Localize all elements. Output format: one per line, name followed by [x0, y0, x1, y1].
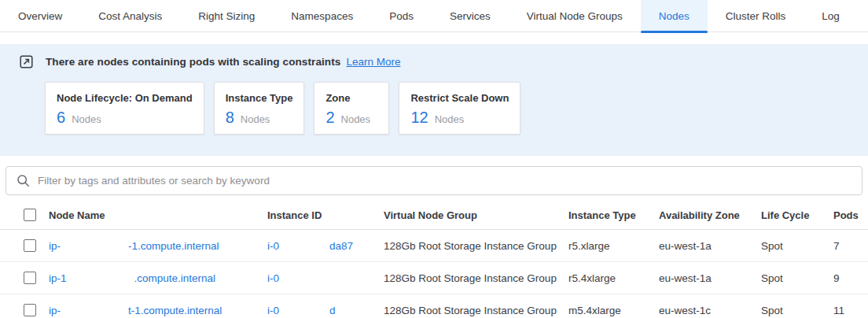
card-unit: Nodes [241, 113, 270, 125]
tab-services[interactable]: Services [432, 0, 509, 31]
life-cycle-cell: Spot [761, 305, 833, 316]
search-icon [17, 174, 30, 187]
instance-id-fragment: i-0 [267, 305, 279, 316]
table-row: ip--1.compute.internal i-0da87 128Gb Roo… [0, 230, 868, 262]
tab-overview[interactable]: Overview [0, 0, 80, 31]
node-name-fragment: t-1.compute.internal [128, 305, 222, 316]
learn-more-link[interactable]: Learn More [346, 56, 400, 68]
tab-cost-analysis[interactable]: Cost Analysis [80, 0, 180, 31]
life-cycle-cell: Spot [761, 240, 833, 252]
row-checkbox[interactable] [24, 304, 36, 316]
node-name-fragment: -1.compute.internal [128, 240, 219, 252]
column-header-instance-id[interactable]: Instance ID [267, 209, 384, 221]
virtual-node-group-cell: 128Gb Root Storage Instance Group [384, 272, 568, 284]
card-title: Zone [326, 92, 377, 104]
column-header-availability-zone[interactable]: Availability Zone [659, 209, 761, 221]
cluster-tab-bar: Overview Cost Analysis Right Sizing Name… [0, 0, 868, 32]
node-name-link[interactable]: ip--1.compute.internal [43, 240, 267, 252]
instance-type-cell: m5.4xlarge [568, 305, 659, 316]
tab-virtual-node-groups[interactable]: Virtual Node Groups [509, 0, 641, 31]
tab-nodes[interactable]: Nodes [641, 0, 708, 31]
column-header-instance-type[interactable]: Instance Type [568, 209, 659, 221]
node-name-link[interactable]: ip-1.compute.internal [43, 272, 267, 284]
instance-id-fragment: i-0 [267, 240, 279, 252]
tab-pods[interactable]: Pods [371, 0, 432, 31]
card-count: 8 [226, 109, 234, 127]
filter-search-box [6, 166, 862, 195]
card-count: 6 [57, 109, 65, 127]
card-title: Node Lifecycle: On Demand [57, 92, 193, 104]
column-header-virtual-node-group[interactable]: Virtual Node Group [384, 209, 568, 221]
card-unit: Nodes [72, 113, 101, 125]
select-all-checkbox[interactable] [24, 209, 36, 221]
node-name-fragment: ip-1 [49, 272, 67, 284]
card-zone[interactable]: Zone 2 Nodes [314, 82, 389, 135]
card-title: Instance Type [226, 92, 293, 104]
node-name-link[interactable]: ip-t-1.compute.internal [43, 305, 267, 316]
card-unit: Nodes [341, 113, 371, 125]
card-count: 2 [326, 109, 334, 127]
tab-log[interactable]: Log [804, 0, 858, 31]
row-checkbox[interactable] [24, 272, 36, 284]
availability-zone-cell: eu-west-1c [659, 305, 761, 316]
banner-message: There are nodes containing pods with sca… [46, 56, 340, 68]
node-name-fragment: .compute.internal [134, 272, 216, 284]
card-instance-type[interactable]: Instance Type 8 Nodes [214, 82, 305, 135]
card-restrict-scale-down[interactable]: Restrict Scale Down 12 Nodes [399, 82, 520, 135]
card-unit: Nodes [435, 113, 465, 125]
tab-cluster-rolls[interactable]: Cluster Rolls [708, 0, 804, 31]
row-checkbox[interactable] [24, 239, 36, 252]
scaling-constraints-banner: There are nodes containing pods with sca… [0, 44, 868, 156]
instance-type-cell: r5.4xlarge [568, 272, 659, 284]
tab-namespaces[interactable]: Namespaces [273, 0, 371, 31]
search-input[interactable] [38, 175, 862, 187]
constraint-cards: Node Lifecycle: On Demand 6 Nodes Instan… [45, 82, 868, 135]
table-row: ip-t-1.compute.internal i-0d 128Gb Root … [0, 294, 868, 318]
life-cycle-cell: Spot [761, 272, 833, 284]
nodes-table-header: Node Name Instance ID Virtual Node Group… [0, 201, 868, 230]
column-header-life-cycle[interactable]: Life Cycle [761, 209, 833, 221]
pods-cell: 7 [833, 240, 868, 252]
virtual-node-group-cell: 128Gb Root Storage Instance Group [384, 240, 568, 252]
availability-zone-cell: eu-west-1a [659, 240, 761, 252]
availability-zone-cell: eu-west-1a [659, 272, 761, 284]
scale-up-constraint-icon [20, 55, 33, 68]
instance-id-link[interactable]: i-0d [267, 305, 384, 316]
instance-id-link[interactable]: i-0 [267, 272, 384, 284]
card-count: 12 [410, 109, 428, 127]
node-name-fragment: ip- [49, 305, 61, 316]
pods-cell: 11 [833, 305, 868, 316]
instance-type-cell: r5.xlarge [568, 240, 659, 252]
table-row: ip-1.compute.internal i-0 128Gb Root Sto… [0, 262, 868, 294]
node-name-fragment: ip- [49, 240, 61, 252]
instance-id-fragment: i-0 [267, 272, 279, 284]
card-node-lifecycle-on-demand[interactable]: Node Lifecycle: On Demand 6 Nodes [45, 82, 204, 135]
instance-id-fragment: da87 [329, 240, 353, 252]
virtual-node-group-cell: 128Gb Root Storage Instance Group [384, 305, 568, 316]
tab-right-sizing[interactable]: Right Sizing [180, 0, 273, 31]
instance-id-fragment: d [329, 305, 336, 316]
card-title: Restrict Scale Down [410, 92, 509, 104]
pods-cell: 9 [833, 272, 868, 284]
instance-id-link[interactable]: i-0da87 [267, 240, 384, 252]
column-header-node-name[interactable]: Node Name [43, 209, 267, 221]
column-header-pods[interactable]: Pods [833, 209, 868, 221]
